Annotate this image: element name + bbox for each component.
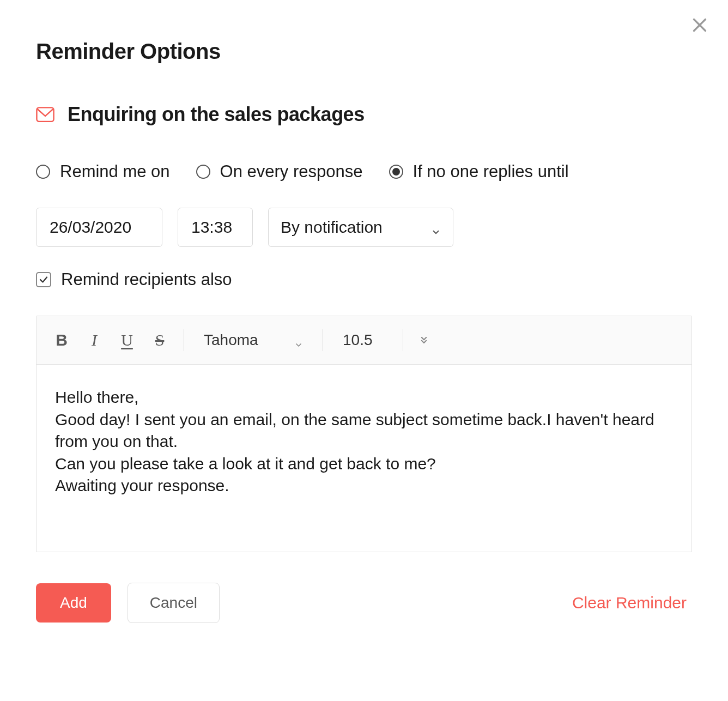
svg-rect-2 <box>37 107 53 121</box>
date-input[interactable] <box>36 208 162 247</box>
message-editor: B I U S Tahoma 10.5 <box>36 316 692 552</box>
message-line: Can you please take a look at it and get… <box>55 453 673 475</box>
remind-recipients-checkbox[interactable]: Remind recipients also <box>36 270 692 289</box>
font-family-value: Tahoma <box>204 331 258 349</box>
toolbar-divider <box>323 329 323 351</box>
message-line: Good day! I sent you an email, on the sa… <box>55 409 673 453</box>
checkbox-label: Remind recipients also <box>61 270 232 289</box>
radio-remind-on[interactable]: Remind me on <box>36 162 170 182</box>
inputs-row: By notification <box>36 208 692 247</box>
radio-label: Remind me on <box>60 162 170 182</box>
radio-label: On every response <box>220 162 363 182</box>
message-line: Hello there, <box>55 386 673 409</box>
notification-method-select[interactable]: By notification <box>268 208 453 247</box>
subject-text: Enquiring on the sales packages <box>68 103 365 126</box>
select-value: By notification <box>281 218 383 237</box>
toolbar-divider <box>403 329 403 351</box>
reminder-type-radio-group: Remind me on On every response If no one… <box>36 162 692 182</box>
page-title: Reminder Options <box>36 39 692 64</box>
cancel-button[interactable]: Cancel <box>128 583 220 623</box>
font-size-select[interactable]: 10.5 <box>333 326 393 354</box>
checkbox-checked-icon <box>36 272 51 287</box>
radio-every-response[interactable]: On every response <box>196 162 363 182</box>
toolbar-divider <box>184 329 184 351</box>
footer: Add Cancel Clear Reminder <box>36 583 692 623</box>
editor-toolbar: B I U S Tahoma 10.5 <box>37 316 691 365</box>
font-family-select[interactable]: Tahoma <box>194 326 313 354</box>
bold-button[interactable]: B <box>47 326 76 354</box>
chevron-down-icon <box>294 336 303 345</box>
subject-row: Enquiring on the sales packages <box>36 103 692 126</box>
message-line: Awaiting your response. <box>55 475 673 497</box>
chevron-down-icon <box>431 222 441 232</box>
mail-icon <box>36 107 54 122</box>
italic-button[interactable]: I <box>80 326 108 354</box>
radio-circle-selected-icon <box>389 165 403 179</box>
close-icon[interactable] <box>690 15 709 35</box>
add-button[interactable]: Add <box>36 583 111 623</box>
strikethrough-button[interactable]: S <box>145 326 174 354</box>
radio-circle-icon <box>36 165 50 179</box>
more-options-button[interactable] <box>413 335 435 346</box>
font-size-value: 10.5 <box>343 331 373 349</box>
time-input[interactable] <box>178 208 253 247</box>
message-textarea[interactable]: Hello there, Good day! I sent you an ema… <box>37 365 691 552</box>
radio-no-reply[interactable]: If no one replies until <box>389 162 569 182</box>
radio-circle-icon <box>196 165 210 179</box>
clear-reminder-link[interactable]: Clear Reminder <box>572 594 687 612</box>
underline-button[interactable]: U <box>113 326 141 354</box>
radio-label: If no one replies until <box>413 162 569 182</box>
